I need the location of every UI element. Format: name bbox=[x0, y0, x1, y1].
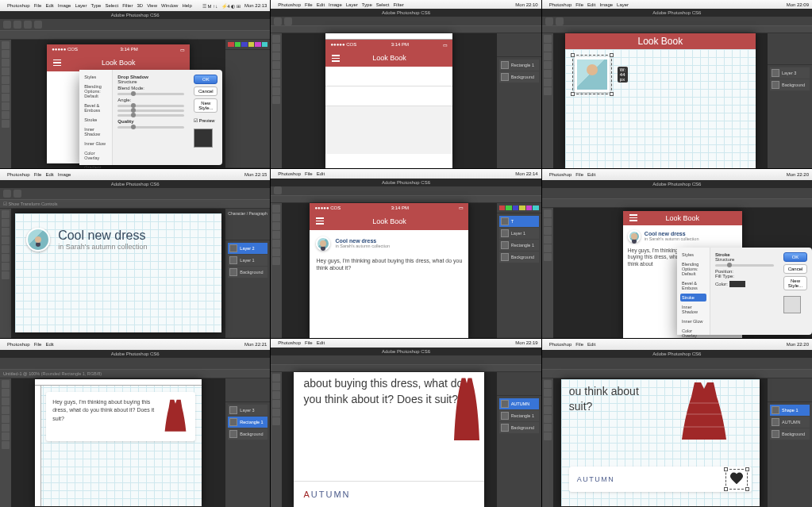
ok-button[interactable]: OK bbox=[194, 75, 217, 84]
post-body: Hey guys, I'm thinking about buying this… bbox=[52, 398, 156, 435]
canvas[interactable]: about buying this dress, what do you thi… bbox=[282, 372, 496, 507]
ps-toolbar[interactable] bbox=[0, 19, 270, 30]
mac-menubar[interactable]: PhotoshopFileEditImageLayerMon 22:09 bbox=[542, 0, 812, 9]
hamburger-icon[interactable] bbox=[316, 217, 324, 225]
distance-slider[interactable] bbox=[117, 105, 184, 107]
screenshot-4: PhotoshopFileEditImageMon 22:15 Adobe Ph… bbox=[0, 169, 270, 337]
mac-menubar[interactable]: PhotoshopFileEditImageLayerTypeSelectFil… bbox=[0, 0, 270, 11]
right-panels[interactable]: Layer 3Rectangle 1Background bbox=[225, 378, 270, 507]
canvas[interactable]: Cool new dress in Sarah's autumn collect… bbox=[11, 209, 225, 337]
size-slider[interactable] bbox=[117, 114, 184, 117]
tools-panel[interactable] bbox=[542, 33, 553, 168]
size-slider[interactable] bbox=[715, 264, 774, 267]
canvas[interactable]: ou think about suit? AUTUMN bbox=[553, 378, 768, 507]
new-style-button[interactable]: New Style... bbox=[783, 276, 807, 290]
app-title: Adobe Photoshop CS6 bbox=[0, 11, 270, 19]
size-tooltip: W: 44 px bbox=[618, 67, 628, 83]
opacity-slider[interactable] bbox=[117, 93, 184, 95]
screenshot-1: PhotoshopFileEditImageLayerTypeSelectFil… bbox=[0, 0, 270, 168]
tools-panel[interactable] bbox=[542, 378, 553, 507]
spread-slider[interactable] bbox=[117, 109, 184, 112]
tag-label[interactable]: AUTUMN bbox=[577, 475, 615, 483]
hamburger-icon[interactable] bbox=[629, 214, 637, 221]
canvas[interactable]: ●●●●● COS3:14 PM▭ Look Book Cool new dre… bbox=[282, 203, 496, 338]
ios-header: Look Book bbox=[47, 54, 190, 71]
ok-button[interactable]: OK bbox=[783, 252, 807, 262]
post-body: Hey guys, I'm thinking about buying this… bbox=[316, 257, 462, 273]
heart-icon[interactable] bbox=[729, 473, 744, 486]
layer-style-dialog[interactable]: StylesBlending Options: DefaultBevel & E… bbox=[79, 70, 222, 165]
cancel-button[interactable]: Cancel bbox=[783, 264, 807, 274]
avatar-photo[interactable] bbox=[575, 57, 610, 92]
tools-panel[interactable] bbox=[271, 203, 282, 338]
preview-swatch bbox=[194, 129, 213, 148]
options-bar[interactable] bbox=[0, 30, 270, 40]
dress-image[interactable] bbox=[162, 398, 189, 435]
right-panels[interactable] bbox=[225, 40, 270, 168]
tools-panel[interactable] bbox=[542, 208, 553, 338]
cancel-button[interactable]: Cancel bbox=[194, 86, 217, 96]
screenshot-9: PhotoshopFileEditMon 22:20 Adobe Photosh… bbox=[542, 339, 812, 507]
hamburger-icon[interactable] bbox=[53, 60, 61, 67]
screenshot-6: PhotoshopFileEditMon 22:20 Adobe Photosh… bbox=[542, 169, 812, 337]
layer-style-dialog[interactable]: StylesBlending Options: DefaultBevel & E… bbox=[677, 248, 812, 335]
tools-panel[interactable] bbox=[271, 33, 282, 168]
screenshot-5: PhotoshopFileEditMon 22:14 Adobe Photosh… bbox=[271, 169, 541, 337]
ps-toolbar[interactable] bbox=[271, 17, 541, 25]
right-panels[interactable]: Layer 3 Background bbox=[768, 33, 812, 168]
avatar bbox=[26, 228, 50, 252]
post-subtitle: in Sarah's autumn collection bbox=[58, 243, 147, 251]
screenshot-8: PhotoshopFileEditMon 22:19 Adobe Photosh… bbox=[271, 339, 541, 507]
ruler-vertical[interactable] bbox=[35, 386, 41, 506]
noise-slider[interactable] bbox=[117, 126, 184, 129]
tag-label[interactable]: AUTUMN bbox=[294, 481, 484, 507]
dress-image bbox=[454, 377, 479, 447]
tools-panel[interactable] bbox=[0, 209, 11, 337]
ruler-horizontal[interactable] bbox=[35, 379, 202, 386]
screenshot-3: PhotoshopFileEditImageLayerMon 22:09 Ado… bbox=[542, 0, 812, 168]
post-body-frag: ou think about suit? bbox=[569, 384, 656, 415]
ios-title: Look Book bbox=[102, 59, 136, 67]
avatar bbox=[316, 236, 330, 251]
layer-style-main[interactable]: Drop ShadowStructure Blend Mode: Angle: … bbox=[113, 70, 189, 165]
right-panels[interactable]: TLayer 1Rectangle 1Background bbox=[497, 203, 541, 338]
canvas[interactable]: Look Book W: 44 px bbox=[553, 33, 768, 168]
preview-swatch bbox=[783, 296, 801, 313]
mac-menubar[interactable]: PhotoshopFileEditImageLayerTypeSelectFil… bbox=[271, 0, 541, 9]
layers-panel[interactable]: Rectangle 1 Background bbox=[497, 57, 541, 86]
avatar bbox=[628, 230, 641, 243]
canvas[interactable]: ●●●●● COS3:14 PM▭ Look Book StylesBlendi… bbox=[11, 40, 225, 168]
canvas[interactable]: Look Book Cool new dressin Sarah's autum… bbox=[553, 208, 812, 338]
screenshot-2: PhotoshopFileEditImageLayerTypeSelectFil… bbox=[271, 0, 541, 168]
layer-style-sidebar[interactable]: StylesBlending Options: DefaultBevel & E… bbox=[79, 70, 113, 165]
dress-image[interactable] bbox=[680, 381, 728, 443]
right-panels[interactable]: AUTUMNRectangle 1Background bbox=[497, 372, 541, 507]
screenshot-7: PhotoshopFileEditMon 22:21 Adobe Photosh… bbox=[0, 339, 270, 507]
hamburger-icon[interactable] bbox=[332, 55, 340, 62]
ios-statusbar: ●●●●● COS3:14 PM▭ bbox=[47, 44, 190, 54]
tools-panel[interactable] bbox=[0, 40, 11, 168]
layers-panel: Layer 3 Background bbox=[768, 65, 812, 94]
right-panels[interactable]: Character / Paragraph Layer 2Layer 1Back… bbox=[225, 209, 270, 337]
new-style-button[interactable]: New Style... bbox=[194, 98, 217, 113]
tools-panel[interactable] bbox=[271, 372, 282, 507]
right-panels[interactable]: Rectangle 1 Background bbox=[497, 33, 541, 168]
canvas[interactable]: ●●●●● COS3:14 PM▭ Look Book bbox=[282, 33, 496, 168]
tools-panel[interactable] bbox=[0, 378, 11, 507]
right-panels[interactable]: Shape 1AUTUMNBackground bbox=[768, 378, 812, 507]
canvas[interactable]: Hey guys, I'm thinking about buying this… bbox=[11, 378, 225, 507]
post-title: Cool new dress bbox=[58, 229, 147, 243]
